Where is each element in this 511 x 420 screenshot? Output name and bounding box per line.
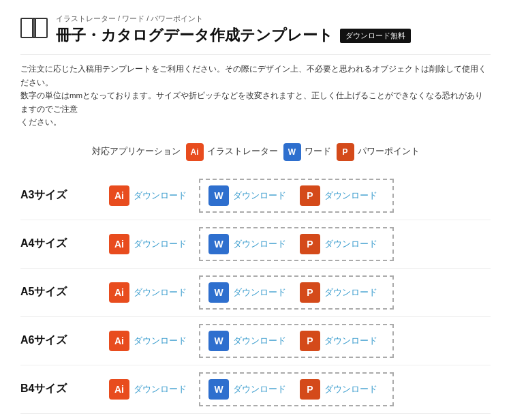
table-row: A4サイズ Ai ダウンロード W ダウンロード P ダウンロード bbox=[20, 220, 491, 269]
ai-section-a6: Ai ダウンロード bbox=[109, 331, 199, 351]
ai-download-a6[interactable]: ダウンロード bbox=[134, 335, 187, 347]
word-download-a5[interactable]: ダウンロード bbox=[233, 286, 286, 299]
pp-badge-a3: P bbox=[300, 185, 320, 206]
pp-col-b4: P ダウンロード bbox=[293, 379, 384, 400]
pp-badge-a4: P bbox=[300, 234, 320, 254]
size-label-a5: A5サイズ bbox=[20, 285, 109, 299]
word-badge-a4: W bbox=[208, 234, 229, 254]
ai-section-a4: Ai ダウンロード bbox=[109, 234, 199, 254]
svg-rect-1 bbox=[35, 18, 47, 38]
apps-group-a3: Ai ダウンロード W ダウンロード P ダウンロード bbox=[109, 179, 491, 213]
dashed-section-a5: W ダウンロード P ダウンロード bbox=[199, 275, 394, 310]
word-col-a6: W ダウンロード bbox=[208, 331, 293, 351]
app-labels-row: 対応アプリケーション Ai イラストレーター W ワード P パワーポイント bbox=[20, 143, 491, 161]
word-download-a3[interactable]: ダウンロード bbox=[233, 190, 286, 202]
ai-badge-a4: Ai bbox=[109, 234, 129, 254]
pp-badge-a6: P bbox=[300, 331, 320, 351]
pp-col-a6: P ダウンロード bbox=[293, 331, 384, 351]
pp-col-a3: P ダウンロード bbox=[293, 185, 384, 206]
svg-rect-0 bbox=[21, 18, 33, 38]
ai-section-a5: Ai ダウンロード bbox=[109, 282, 199, 303]
ai-badge-a3: Ai bbox=[109, 185, 129, 206]
pp-col-a4: P ダウンロード bbox=[293, 234, 384, 254]
apps-group-a4: Ai ダウンロード W ダウンロード P ダウンロード bbox=[109, 227, 491, 261]
dashed-section-a6: W ダウンロード P ダウンロード bbox=[199, 324, 394, 358]
download-free-badge: ダウンロード無料 bbox=[340, 29, 411, 43]
powerpoint-label-group: P パワーポイント bbox=[337, 143, 420, 161]
page-wrapper: イラストレーター / ワード / パワーポイント 冊子・カタログデータ作成テンプ… bbox=[0, 0, 511, 420]
pp-download-a4[interactable]: ダウンロード bbox=[324, 238, 377, 250]
ai-download-a5[interactable]: ダウンロード bbox=[134, 286, 187, 299]
word-badge-b4: W bbox=[208, 379, 229, 400]
apps-group-a6: Ai ダウンロード W ダウンロード P ダウンロード bbox=[109, 324, 491, 358]
ai-section-b4: Ai ダウンロード bbox=[109, 379, 199, 400]
word-col-a3: W ダウンロード bbox=[208, 185, 293, 206]
description-text: ご注文に応じた入稿用テンプレートをご利用ください。その際にデザイン上、不必要と思… bbox=[20, 54, 491, 130]
word-download-a6[interactable]: ダウンロード bbox=[233, 335, 286, 347]
size-label-a4: A4サイズ bbox=[20, 237, 109, 251]
header-title-row: 冊子・カタログデータ作成テンプレート ダウンロード無料 bbox=[56, 25, 491, 46]
header-subtitle: イラストレーター / ワード / パワーポイント bbox=[56, 14, 491, 24]
pp-download-b4[interactable]: ダウンロード bbox=[324, 383, 377, 395]
word-col-a5: W ダウンロード bbox=[208, 282, 293, 303]
dashed-section-a3: W ダウンロード P ダウンロード bbox=[199, 179, 394, 213]
powerpoint-label: パワーポイント bbox=[358, 146, 420, 158]
ai-badge-a5: Ai bbox=[109, 282, 129, 303]
size-label-a6: A6サイズ bbox=[20, 333, 109, 348]
ai-download-a3[interactable]: ダウンロード bbox=[134, 190, 187, 202]
apps-group-a5: Ai ダウンロード W ダウンロード P ダウンロード bbox=[109, 275, 491, 310]
header-area: イラストレーター / ワード / パワーポイント 冊子・カタログデータ作成テンプ… bbox=[20, 14, 491, 46]
ai-download-b4[interactable]: ダウンロード bbox=[134, 383, 187, 395]
word-badge-a3: W bbox=[208, 185, 229, 206]
table-row: A3サイズ Ai ダウンロード W ダウンロード P ダウンロード bbox=[20, 172, 491, 220]
pp-download-a6[interactable]: ダウンロード bbox=[324, 335, 377, 347]
table-row: A6サイズ Ai ダウンロード W ダウンロード P ダウンロード bbox=[20, 317, 491, 365]
word-badge-header: W bbox=[283, 143, 301, 161]
page-title: 冊子・カタログデータ作成テンプレート bbox=[56, 25, 333, 46]
illustrator-label-group: Ai イラストレーター bbox=[186, 143, 278, 161]
ai-download-a4[interactable]: ダウンロード bbox=[134, 238, 187, 250]
dashed-section-b4: W ダウンロード P ダウンロード bbox=[199, 372, 394, 406]
apps-group-b4: Ai ダウンロード W ダウンロード P ダウンロード bbox=[109, 372, 491, 406]
word-col-a4: W ダウンロード bbox=[208, 234, 293, 254]
illustrator-label: イラストレーター bbox=[207, 146, 278, 158]
ai-badge-a6: Ai bbox=[109, 331, 129, 351]
size-label-b4: B4サイズ bbox=[20, 382, 109, 396]
word-label-group: W ワード bbox=[283, 143, 331, 161]
header-text-block: イラストレーター / ワード / パワーポイント 冊子・カタログデータ作成テンプ… bbox=[56, 14, 491, 46]
table-row: B4サイズ Ai ダウンロード W ダウンロード P ダウンロード bbox=[20, 365, 491, 414]
word-label: ワード bbox=[305, 146, 331, 158]
pp-badge-a5: P bbox=[300, 282, 320, 303]
table-area: A3サイズ Ai ダウンロード W ダウンロード P ダウンロード bbox=[20, 172, 491, 420]
pp-col-a5: P ダウンロード bbox=[293, 282, 384, 303]
pp-download-a5[interactable]: ダウンロード bbox=[324, 286, 377, 299]
word-badge-a5: W bbox=[208, 282, 229, 303]
book-icon bbox=[20, 16, 48, 40]
word-download-b4[interactable]: ダウンロード bbox=[233, 383, 286, 395]
word-col-b4: W ダウンロード bbox=[208, 379, 293, 400]
table-row: B5サイズ Ai ダウンロード W ダウンロード P ダウンロード bbox=[20, 414, 491, 420]
ai-section-a3: Ai ダウンロード bbox=[109, 185, 199, 206]
ai-badge-b4: Ai bbox=[109, 379, 129, 400]
pp-badge-b4: P bbox=[300, 379, 320, 400]
size-label-a3: A3サイズ bbox=[20, 188, 109, 202]
word-download-a4[interactable]: ダウンロード bbox=[233, 238, 286, 250]
word-badge-a6: W bbox=[208, 331, 229, 351]
pp-download-a3[interactable]: ダウンロード bbox=[324, 190, 377, 202]
dashed-section-a4: W ダウンロード P ダウンロード bbox=[199, 227, 394, 261]
app-labels-prefix: 対応アプリケーション bbox=[92, 146, 181, 158]
pp-badge-header: P bbox=[337, 143, 354, 161]
ai-badge-header: Ai bbox=[186, 143, 204, 161]
table-row: A5サイズ Ai ダウンロード W ダウンロード P ダウンロード bbox=[20, 269, 491, 317]
